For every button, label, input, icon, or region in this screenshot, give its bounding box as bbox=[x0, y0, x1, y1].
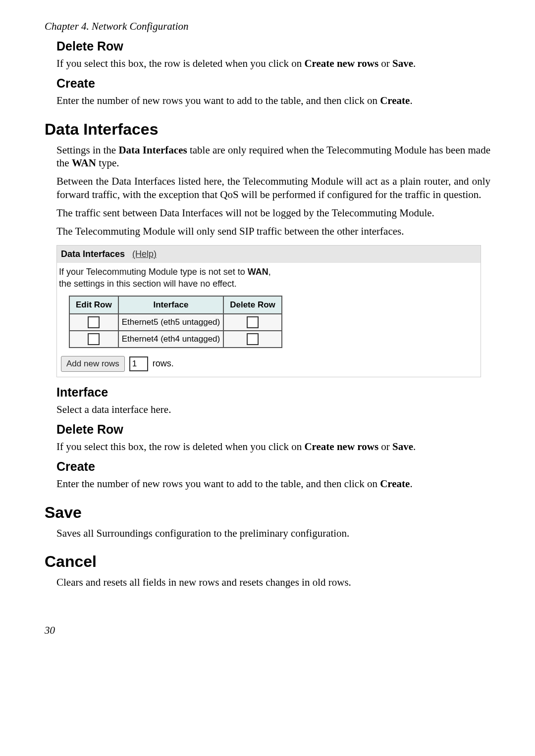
paragraph-save: Saves all Surroundings configuration to … bbox=[56, 527, 490, 540]
panel-title: Data Interfaces bbox=[61, 249, 125, 259]
data-interfaces-panel: Data Interfaces (Help) If your Telecommu… bbox=[56, 245, 481, 377]
bold-text: Save bbox=[392, 57, 413, 69]
page-number: 30 bbox=[45, 624, 490, 637]
text: , bbox=[268, 267, 271, 277]
text: . bbox=[410, 95, 412, 106]
text: If you select this box, the row is delet… bbox=[56, 441, 304, 453]
heading-delete-row-1: Delete Row bbox=[56, 38, 490, 54]
col-header-interface: Interface bbox=[118, 296, 223, 314]
paragraph-di-4: The Telecommuting Module will only send … bbox=[56, 225, 490, 238]
heading-data-interfaces: Data Interfaces bbox=[45, 119, 490, 140]
heading-delete-row-2: Delete Row bbox=[56, 421, 490, 437]
chapter-line: Chapter 4. Network Configuration bbox=[45, 20, 490, 33]
paragraph-di-1: Settings in the Data Interfaces table ar… bbox=[56, 144, 490, 170]
delete-row-checkbox[interactable] bbox=[247, 316, 259, 328]
bold-text: Create new rows bbox=[304, 441, 378, 453]
table-row: Ethernet4 (eth4 untagged) bbox=[69, 331, 282, 348]
col-header-delete-row: Delete Row bbox=[223, 296, 282, 314]
interface-cell: Ethernet4 (eth4 untagged) bbox=[118, 331, 223, 348]
bold-text: Create bbox=[380, 95, 410, 106]
help-link[interactable]: (Help) bbox=[132, 249, 157, 259]
text: the settings in this section will have n… bbox=[59, 279, 237, 289]
heading-cancel: Cancel bbox=[45, 552, 490, 572]
heading-create-1: Create bbox=[56, 75, 490, 91]
add-rows-count-input[interactable]: 1 bbox=[129, 356, 148, 371]
table-header-row: Edit Row Interface Delete Row bbox=[69, 296, 282, 314]
bold-text: Save bbox=[392, 441, 413, 453]
text: or bbox=[378, 57, 392, 69]
heading-save: Save bbox=[45, 503, 490, 523]
paragraph-delete-row-1: If you select this box, the row is delet… bbox=[56, 57, 490, 70]
heading-interface: Interface bbox=[56, 384, 490, 400]
col-header-edit-row: Edit Row bbox=[69, 296, 118, 314]
bold-text: WAN bbox=[248, 267, 268, 277]
text: Enter the number of new rows you want to… bbox=[56, 95, 380, 106]
text: If your Telecommuting Module type is not… bbox=[59, 267, 248, 277]
interface-cell: Ethernet5 (eth5 untagged) bbox=[118, 314, 223, 331]
paragraph-di-3: The traffic sent between Data Interfaces… bbox=[56, 206, 490, 220]
text: . bbox=[413, 57, 416, 69]
bold-text: Create bbox=[380, 478, 410, 490]
paragraph-create-2: Enter the number of new rows you want to… bbox=[56, 477, 490, 491]
bold-text: Create new rows bbox=[304, 57, 378, 69]
edit-row-checkbox[interactable] bbox=[88, 333, 100, 345]
heading-create-2: Create bbox=[56, 458, 490, 474]
text: Settings in the bbox=[56, 144, 118, 156]
edit-row-checkbox[interactable] bbox=[88, 316, 100, 328]
paragraph-create-1: Enter the number of new rows you want to… bbox=[56, 94, 490, 107]
text: If you select this box, the row is delet… bbox=[56, 57, 304, 69]
text: . bbox=[413, 441, 416, 453]
bold-text: Data Interfaces bbox=[118, 144, 187, 156]
bold-text: WAN bbox=[72, 157, 96, 169]
paragraph-delete-row-2: If you select this box, the row is delet… bbox=[56, 440, 490, 454]
text: type. bbox=[96, 157, 119, 169]
text: or bbox=[378, 441, 392, 453]
panel-note: If your Telecommuting Module type is not… bbox=[57, 263, 481, 292]
text: Enter the number of new rows you want to… bbox=[56, 478, 380, 490]
panel-header: Data Interfaces (Help) bbox=[57, 246, 481, 263]
paragraph-di-2: Between the Data Interfaces listed here,… bbox=[56, 175, 490, 202]
text: . bbox=[410, 478, 412, 490]
rows-label: rows. bbox=[153, 358, 174, 368]
paragraph-cancel: Clears and resets all fields in new rows… bbox=[56, 576, 490, 589]
data-interfaces-table: Edit Row Interface Delete Row Ethernet5 … bbox=[69, 296, 282, 348]
delete-row-checkbox[interactable] bbox=[247, 333, 259, 345]
paragraph-interface: Select a data interface here. bbox=[56, 403, 490, 416]
add-row-bar: Add new rows 1 rows. bbox=[57, 353, 481, 377]
add-new-rows-button[interactable]: Add new rows bbox=[61, 356, 125, 372]
table-row: Ethernet5 (eth5 untagged) bbox=[69, 314, 282, 331]
